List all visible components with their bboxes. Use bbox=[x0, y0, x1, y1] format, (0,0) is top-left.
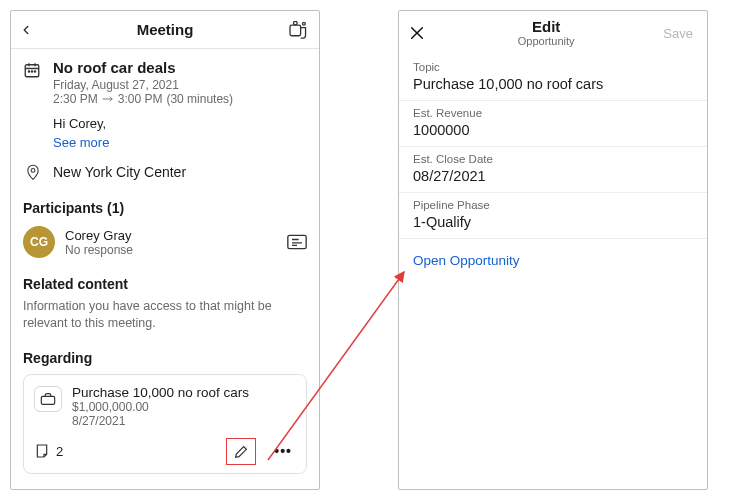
meeting-panel: Meeting No roof car deals Friday, August… bbox=[10, 10, 320, 490]
event-title: No roof car deals bbox=[53, 59, 233, 76]
participant-row[interactable]: CG Corey Gray No response bbox=[23, 226, 307, 258]
svg-rect-12 bbox=[288, 235, 306, 248]
field-est-close-date-value[interactable]: 08/27/2021 bbox=[413, 168, 693, 184]
meeting-title: Meeting bbox=[43, 21, 287, 38]
regarding-row: Purchase 10,000 no roof cars $1,000,000.… bbox=[34, 385, 296, 428]
location-row: New York City Center bbox=[23, 164, 307, 182]
teams-icon[interactable] bbox=[287, 21, 311, 39]
briefcase-icon bbox=[34, 386, 62, 412]
svg-rect-16 bbox=[41, 396, 54, 404]
event-time: 2:30 PM 3:00 PM (30 minutes) bbox=[53, 92, 233, 106]
more-button[interactable]: ••• bbox=[270, 443, 296, 459]
corner-tl bbox=[398, 10, 414, 26]
edit-title-block: Edit Opportunity bbox=[433, 19, 659, 48]
event-time-start: 2:30 PM bbox=[53, 92, 98, 106]
participant-name: Corey Gray bbox=[65, 228, 133, 243]
event-block: No roof car deals Friday, August 27, 202… bbox=[23, 59, 307, 106]
field-topic[interactable]: Topic Purchase 10,000 no roof cars bbox=[399, 55, 707, 101]
participant-info: Corey Gray No response bbox=[65, 228, 133, 257]
field-pipeline-phase[interactable]: Pipeline Phase 1-Qualify bbox=[399, 193, 707, 239]
svg-point-1 bbox=[294, 21, 298, 25]
corner-bl bbox=[398, 474, 414, 490]
participants-heading: Participants (1) bbox=[23, 200, 307, 216]
arrow-right-icon bbox=[102, 95, 114, 103]
event-info: No roof car deals Friday, August 27, 202… bbox=[53, 59, 233, 106]
regarding-info: Purchase 10,000 no roof cars $1,000,000.… bbox=[72, 385, 249, 428]
field-pipeline-phase-label: Pipeline Phase bbox=[413, 199, 693, 211]
svg-point-11 bbox=[31, 169, 35, 173]
back-button[interactable] bbox=[19, 23, 43, 37]
field-est-close-date[interactable]: Est. Close Date 08/27/2021 bbox=[399, 147, 707, 193]
regarding-heading: Regarding bbox=[23, 350, 307, 366]
edit-subtitle: Opportunity bbox=[433, 35, 659, 47]
edit-button[interactable] bbox=[226, 438, 256, 465]
regarding-date: 8/27/2021 bbox=[72, 414, 249, 428]
related-content-heading: Related content bbox=[23, 276, 307, 292]
field-est-revenue-label: Est. Revenue bbox=[413, 107, 693, 119]
avatar: CG bbox=[23, 226, 55, 258]
regarding-title: Purchase 10,000 no roof cars bbox=[72, 385, 249, 400]
svg-rect-0 bbox=[290, 25, 301, 36]
open-opportunity-link[interactable]: Open Opportunity bbox=[399, 239, 707, 282]
corner-br bbox=[692, 474, 708, 490]
regarding-card[interactable]: Purchase 10,000 no roof cars $1,000,000.… bbox=[23, 374, 307, 474]
participant-status: No response bbox=[65, 243, 133, 257]
svg-point-2 bbox=[303, 22, 306, 25]
contact-card-icon[interactable] bbox=[287, 234, 307, 250]
location-text: New York City Center bbox=[53, 164, 186, 180]
close-button[interactable] bbox=[409, 25, 433, 41]
edit-header: Edit Opportunity Save bbox=[399, 11, 707, 55]
field-topic-value[interactable]: Purchase 10,000 no roof cars bbox=[413, 76, 693, 92]
notes-icon[interactable] bbox=[34, 443, 50, 459]
save-button[interactable]: Save bbox=[659, 26, 697, 41]
svg-point-7 bbox=[28, 71, 29, 72]
meeting-body: No roof car deals Friday, August 27, 202… bbox=[11, 49, 319, 489]
field-topic-label: Topic bbox=[413, 61, 693, 73]
regarding-revenue: $1,000,000.00 bbox=[72, 400, 249, 414]
corner-tr bbox=[692, 10, 708, 26]
field-est-revenue[interactable]: Est. Revenue 1000000 bbox=[399, 101, 707, 147]
calendar-icon bbox=[23, 61, 43, 106]
event-greeting: Hi Corey, bbox=[53, 116, 307, 131]
svg-point-8 bbox=[31, 71, 32, 72]
event-date: Friday, August 27, 2021 bbox=[53, 78, 233, 92]
edit-title: Edit bbox=[433, 19, 659, 36]
field-pipeline-phase-value[interactable]: 1-Qualify bbox=[413, 214, 693, 230]
related-content-text: Information you have access to that migh… bbox=[23, 298, 307, 332]
edit-panel: Edit Opportunity Save Topic Purchase 10,… bbox=[398, 10, 708, 490]
svg-point-9 bbox=[34, 71, 35, 72]
event-duration: (30 minutes) bbox=[166, 92, 233, 106]
see-more-link[interactable]: See more bbox=[53, 135, 307, 150]
notes-count: 2 bbox=[56, 444, 63, 459]
meeting-header: Meeting bbox=[11, 11, 319, 49]
field-est-revenue-value[interactable]: 1000000 bbox=[413, 122, 693, 138]
event-time-end: 3:00 PM bbox=[118, 92, 163, 106]
location-icon bbox=[23, 164, 43, 182]
field-est-close-date-label: Est. Close Date bbox=[413, 153, 693, 165]
regarding-footer: 2 ••• bbox=[34, 438, 296, 465]
